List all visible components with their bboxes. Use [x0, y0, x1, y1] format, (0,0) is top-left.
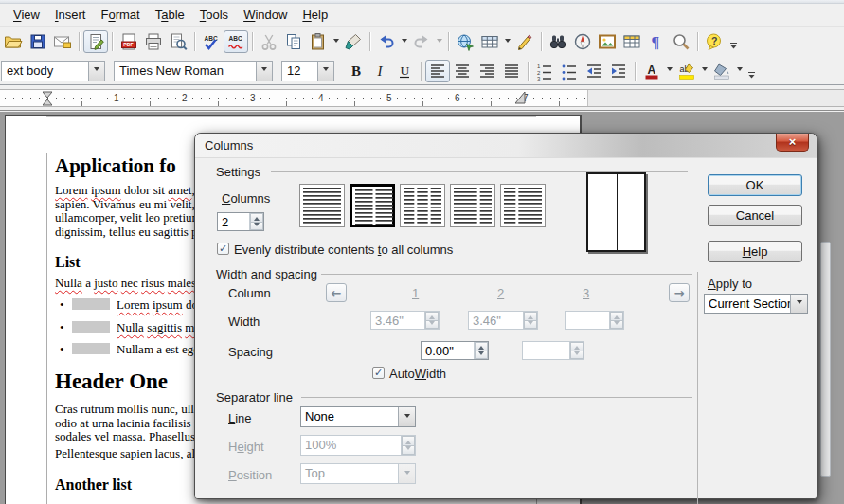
toolbar-overflow-button[interactable]	[745, 60, 758, 82]
zoom-button[interactable]	[669, 30, 693, 53]
ok-button[interactable]: OK	[708, 174, 802, 196]
menu-item-format[interactable]: Format	[93, 5, 147, 25]
open-button[interactable]	[1, 30, 26, 53]
email-button[interactable]	[50, 30, 75, 53]
find-replace-button[interactable]	[546, 30, 570, 53]
autowidth-checkbox[interactable]: ✓	[372, 367, 385, 379]
spin-up-icon	[610, 312, 623, 321]
chevron-down-icon[interactable]	[699, 60, 709, 82]
highlighting-button[interactable]: ab	[674, 60, 699, 82]
table-button[interactable]	[477, 30, 502, 53]
menu-item-window[interactable]: Window	[236, 5, 295, 25]
help-button[interactable]: ?	[702, 30, 727, 53]
background-color-button[interactable]	[709, 60, 734, 82]
help-button[interactable]: Help	[708, 241, 802, 262]
export-pdf-button[interactable]: PDF	[117, 30, 141, 53]
chevron-down-icon[interactable]	[790, 295, 807, 313]
menu-item-table[interactable]: Table	[148, 5, 192, 25]
auto-spellcheck-button[interactable]: ABC	[224, 30, 248, 53]
placeholder-box	[72, 343, 110, 354]
apply-to-dropdown[interactable]: Current Section	[704, 294, 808, 314]
align-left-button[interactable]	[425, 60, 450, 82]
close-icon[interactable]: ×	[776, 134, 809, 152]
menu-item-help[interactable]: Help	[295, 5, 335, 25]
decrease-indent-button[interactable]	[582, 60, 606, 82]
align-center-button[interactable]	[450, 60, 475, 82]
gallery-button[interactable]	[595, 30, 620, 53]
data-sources-icon	[622, 32, 641, 51]
decrease-indent-icon	[584, 62, 603, 81]
line-dropdown[interactable]: None	[300, 406, 416, 427]
paste-button[interactable]	[306, 30, 331, 53]
columns-spinner[interactable]: 2	[217, 212, 264, 231]
chevron-down-icon[interactable]	[502, 30, 512, 53]
line-value: None	[301, 407, 398, 426]
cancel-button[interactable]: Cancel	[708, 205, 802, 226]
chevron-down-icon[interactable]	[317, 62, 333, 81]
evenly-distribute-checkbox[interactable]: ✓	[217, 243, 229, 255]
increase-indent-button[interactable]	[606, 60, 631, 82]
spellcheck-button[interactable]: ABC	[199, 30, 224, 53]
text-boundary-left	[46, 153, 47, 504]
toolbar-overflow-button[interactable]	[727, 30, 740, 53]
chevron-down-icon[interactable]	[331, 30, 341, 53]
chevron-down-icon[interactable]	[734, 60, 745, 82]
right-indent-marker[interactable]	[515, 91, 526, 106]
chevron-down-icon[interactable]	[664, 60, 674, 82]
navigator-button[interactable]	[570, 30, 595, 53]
paragraph-style-combobox[interactable]: ext body	[1, 61, 105, 81]
chevron-down-icon[interactable]	[399, 30, 409, 53]
justify-button[interactable]	[499, 60, 524, 82]
menu-item-tools[interactable]: Tools	[192, 5, 236, 25]
doc-heading-header-one: Header One	[55, 369, 168, 394]
next-column-button[interactable]: →	[669, 283, 690, 302]
font-color-button[interactable]: A	[639, 60, 664, 82]
menu-item-view[interactable]: View	[6, 5, 47, 25]
spin-down-icon[interactable]	[475, 351, 488, 360]
preset-two-columns-right[interactable]	[500, 184, 546, 227]
bullet-list-button[interactable]	[557, 60, 582, 82]
hyperlink-button[interactable]	[453, 30, 477, 53]
page-preview-button[interactable]	[166, 30, 190, 53]
format-paintbrush-button[interactable]	[341, 30, 366, 53]
copy-button[interactable]	[281, 30, 306, 53]
spin-up-icon[interactable]	[250, 213, 263, 223]
data-sources-button[interactable]	[620, 30, 644, 53]
preset-two-columns[interactable]	[350, 184, 395, 227]
print-button[interactable]	[141, 30, 166, 53]
vertical-scrollbar-thumb[interactable]	[820, 242, 831, 477]
previous-column-button[interactable]: ←	[326, 283, 347, 302]
font-name-combobox[interactable]: Times New Roman	[114, 61, 273, 81]
dialog-titlebar[interactable]: Columns ×	[195, 134, 817, 157]
numbered-list-button[interactable]: 123	[532, 60, 557, 82]
spacing-1-spinner[interactable]: 0.00"	[421, 341, 489, 360]
chevron-down-icon[interactable]	[88, 62, 104, 81]
left-indent-marker[interactable]	[43, 91, 52, 106]
placeholder-box	[72, 298, 110, 310]
formatting-marks-icon: ¶	[647, 32, 666, 51]
undo-button[interactable]	[374, 30, 399, 53]
save-button[interactable]	[26, 30, 50, 53]
copy-icon	[284, 32, 303, 51]
spin-down-icon[interactable]	[250, 223, 263, 231]
preset-two-columns-left[interactable]	[450, 184, 495, 227]
line-label: Line	[228, 411, 252, 425]
italic-button[interactable]: I	[368, 60, 392, 82]
align-right-button[interactable]	[475, 60, 499, 82]
bold-button[interactable]: B	[343, 60, 368, 82]
spin-up-icon[interactable]	[475, 342, 488, 351]
spin-down-icon	[570, 351, 584, 360]
underline-button[interactable]: U	[392, 60, 417, 82]
checkmark-icon: ✓	[219, 243, 227, 254]
preset-three-columns[interactable]	[400, 184, 445, 227]
chevron-down-icon[interactable]	[398, 407, 415, 426]
horizontal-ruler[interactable]: 1234567	[0, 86, 844, 111]
font-size-combobox[interactable]: 12	[281, 61, 334, 81]
position-value: Top	[301, 464, 398, 483]
chevron-down-icon[interactable]	[256, 62, 272, 81]
preset-one-column[interactable]	[299, 184, 345, 227]
formatting-marks-button[interactable]: ¶	[644, 30, 669, 53]
menu-item-insert[interactable]: Insert	[47, 5, 94, 25]
edit-file-button[interactable]	[83, 30, 108, 53]
draw-functions-button[interactable]	[512, 30, 537, 53]
